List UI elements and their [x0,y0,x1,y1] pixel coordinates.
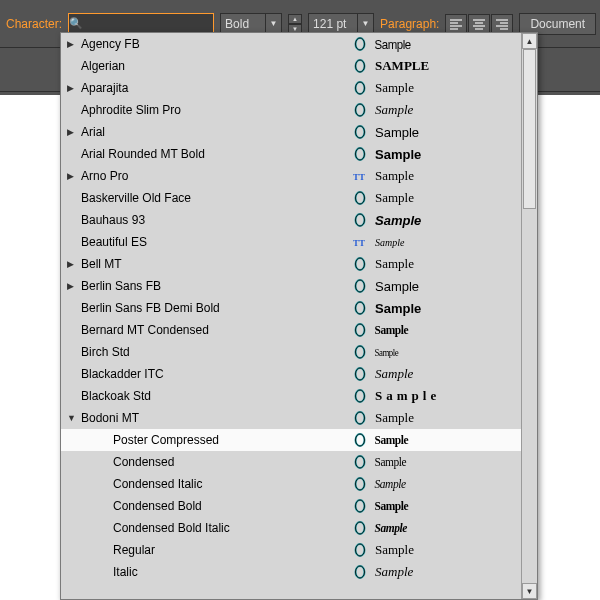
opentype-icon [349,103,371,117]
expand-triangle-icon[interactable]: ▶ [67,127,79,137]
opentype-icon [349,433,371,447]
font-sample-label: Sample [371,564,537,580]
svg-point-17 [356,82,365,94]
font-weight-dropdown-button[interactable]: ▼ [265,14,281,34]
svg-point-23 [356,148,365,160]
font-name-label: Condensed [79,455,349,469]
font-size-up-button[interactable]: ▲ [288,14,302,24]
paragraph-align-group [445,14,513,34]
opentype-icon [349,257,371,271]
font-family-item[interactable]: Beautiful ESTTSample [61,231,537,253]
font-family-item[interactable]: ▶AparajitaSample [61,77,537,99]
font-name-label: Condensed Bold [79,499,349,513]
svg-point-13 [356,38,365,50]
font-size-stepper[interactable]: ▲ ▼ [288,14,302,34]
font-sample-label: Sample [371,542,537,558]
align-left-button[interactable] [445,14,467,34]
opentype-icon [349,477,371,491]
font-scrollbar[interactable]: ▲ ▼ [521,33,537,599]
font-variant-item[interactable]: Condensed ItalicSample [61,473,537,495]
font-sample-label: Sample [371,301,537,316]
truetype-icon: TT [349,169,371,183]
font-sample-label: Sample [371,520,517,536]
font-family-item[interactable]: Birch StdSample [61,341,537,363]
scroll-up-button[interactable]: ▲ [522,33,537,49]
align-right-button[interactable] [491,14,513,34]
font-name-label: Italic [79,565,349,579]
svg-point-51 [356,456,365,468]
font-family-item[interactable]: ▶ArialSample [61,121,537,143]
font-variant-item[interactable]: CondensedSample [61,451,537,473]
svg-point-37 [356,302,365,314]
font-sample-label: Sample [371,454,517,470]
font-sample-label: Sample [371,190,537,206]
character-label: Character: [6,17,62,31]
font-size-input[interactable] [309,14,357,34]
svg-point-61 [356,566,365,578]
font-name-label: Arno Pro [79,169,349,183]
font-variant-item[interactable]: Condensed BoldSample [61,495,537,517]
expand-triangle-icon[interactable]: ▶ [67,171,79,181]
font-family-item[interactable]: Baskerville Old FaceSample [61,187,537,209]
font-sample-label: Sample [371,102,537,118]
font-family-item[interactable]: ▶Berlin Sans FBSample [61,275,537,297]
expand-triangle-icon[interactable]: ▶ [67,83,79,93]
font-weight-input[interactable] [221,14,265,34]
font-size-dropdown-button[interactable]: ▼ [357,14,373,34]
font-sample-label: Sample [371,366,537,382]
font-family-item[interactable]: Berlin Sans FB Demi BoldSample [61,297,537,319]
font-variant-item[interactable]: RegularSample [61,539,537,561]
font-family-item[interactable]: ▼Bodoni MTSample [61,407,537,429]
opentype-icon [349,367,371,381]
font-name-label: Condensed Italic [79,477,349,491]
svg-point-33 [356,258,365,270]
align-center-button[interactable] [468,14,490,34]
expand-triangle-icon[interactable]: ▼ [67,413,79,423]
scroll-thumb[interactable] [523,49,536,209]
opentype-icon [349,389,371,403]
opentype-icon [349,323,371,337]
font-name-label: Aparajita [79,81,349,95]
font-sample-label: Sample [371,322,517,338]
font-family-item[interactable]: Blackoak StdSample [61,385,537,407]
svg-point-47 [356,412,365,424]
scroll-track[interactable] [522,49,537,583]
font-sample-label: SAMPLE [371,58,537,74]
font-list[interactable]: ▶Agency FBSampleAlgerianSAMPLE▶Aparajita… [61,33,537,599]
svg-point-21 [356,126,365,138]
svg-point-55 [356,500,365,512]
font-variant-item[interactable]: ItalicSample [61,561,537,583]
expand-triangle-icon[interactable]: ▶ [67,281,79,291]
font-family-item[interactable]: Arial Rounded MT BoldSample [61,143,537,165]
font-family-item[interactable]: Bernard MT CondensedSample [61,319,537,341]
opentype-icon [349,213,371,227]
opentype-icon [349,125,371,139]
font-name-label: Baskerville Old Face [79,191,349,205]
expand-triangle-icon[interactable]: ▶ [67,259,79,269]
font-family-input[interactable] [83,14,233,34]
opentype-icon [349,455,371,469]
opentype-icon [349,279,371,293]
font-name-label: Algerian [79,59,349,73]
font-name-label: Bauhaus 93 [79,213,349,227]
font-family-item[interactable]: Bauhaus 93Sample [61,209,537,231]
font-family-item[interactable]: Blackadder ITCSample [61,363,537,385]
font-sample-label: Sample [371,147,537,162]
font-sample-label: Sample [371,168,537,184]
font-family-item[interactable]: AlgerianSAMPLE [61,55,537,77]
font-variant-item[interactable]: Condensed Bold ItalicSample [61,517,537,539]
font-family-item[interactable]: Aphrodite Slim ProSample [61,99,537,121]
font-name-label: Arial [79,125,349,139]
font-variant-item[interactable]: Poster CompressedSample [61,429,537,451]
font-sample-label: Sample [371,388,537,404]
scroll-down-button[interactable]: ▼ [522,583,537,599]
font-family-item[interactable]: ▶Bell MTSample [61,253,537,275]
font-family-item[interactable]: ▶Agency FBSample [61,33,537,55]
expand-triangle-icon[interactable]: ▶ [67,39,79,49]
font-family-item[interactable]: ▶Arno ProTTSample [61,165,537,187]
opentype-icon [349,543,371,557]
font-sample-label: Sample [371,256,537,272]
font-name-label: Beautiful ES [79,235,349,249]
font-sample-label: Sample [371,498,517,514]
font-name-label: Aphrodite Slim Pro [79,103,349,117]
